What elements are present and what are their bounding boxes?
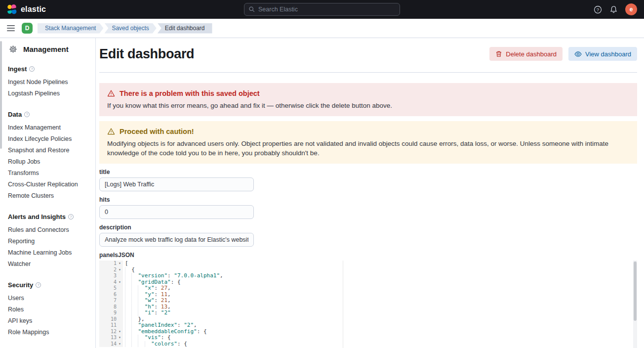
fold-icon[interactable]: ▾: [117, 279, 123, 286]
sidebar-item-snapshot-and-restore[interactable]: Snapshot and Restore: [8, 144, 91, 156]
code-line-row: 9 "i": "2": [99, 310, 637, 316]
menu-toggle-button[interactable]: [5, 23, 17, 34]
sidebar-item-reporting[interactable]: Reporting: [8, 235, 91, 247]
fold-icon[interactable]: ▾: [117, 329, 123, 335]
json-punctuation: :: [167, 272, 174, 279]
json-punctuation: :: [155, 297, 161, 304]
help-icon[interactable]: ?: [594, 5, 602, 14]
sidebar-section-security: Security?UsersRolesAPI keysRole Mappings: [8, 281, 91, 338]
global-search[interactable]: [244, 3, 400, 16]
sidebar-item-role-mappings[interactable]: Role Mappings: [8, 326, 91, 338]
line-number: 13: [111, 335, 117, 341]
gutter-cell: 3: [99, 273, 123, 279]
sidebar-item-rules-and-connectors[interactable]: Rules and Connectors: [8, 224, 91, 235]
json-string: "2": [184, 322, 194, 328]
gutter-cell: 5: [99, 285, 123, 292]
json-editor-lines: 1▾[2▾ {3 "version": "7.0.0-alpha1",4▾ "g…: [99, 261, 637, 347]
warning-callout-title: Proceed with caution!: [120, 127, 194, 136]
trash-icon: [495, 50, 502, 57]
field-label-title: title: [99, 169, 637, 176]
delete-dashboard-button[interactable]: Delete dashboard: [489, 47, 563, 61]
menu-icon: [7, 25, 15, 32]
fold-icon[interactable]: ▾: [117, 335, 123, 341]
editor-scrollbar[interactable]: [633, 261, 637, 348]
hits-input[interactable]: [99, 205, 254, 219]
indent-guide: [131, 341, 138, 348]
indent-guide: [125, 285, 131, 292]
line-number: 12: [111, 329, 117, 335]
breadcrumb-edit-dashboard: Edit dashboard: [158, 23, 212, 34]
sidebar-item-watcher[interactable]: Watcher: [8, 258, 91, 269]
sidebar-section-heading: Data?: [8, 111, 91, 118]
sidebar-item-list: Rules and ConnectorsReportingMachine Lea…: [8, 224, 91, 269]
sidebar-item-users[interactable]: Users: [8, 292, 91, 304]
indent-guide: [125, 322, 131, 329]
section-heading-label: Ingest: [8, 65, 27, 73]
sidebar-item-index-lifecycle-policies[interactable]: Index Lifecycle Policies: [8, 133, 91, 144]
sidebar-item-roles[interactable]: Roles: [8, 304, 91, 315]
sidebar-section-data: Data?Index ManagementIndex Lifecycle Pol…: [8, 111, 91, 201]
indent-guide: [125, 341, 131, 348]
info-icon: ?: [29, 66, 35, 72]
button-label: Delete dashboard: [506, 50, 557, 58]
sidebar-item-machine-learning-jobs[interactable]: Machine Learning Jobs: [8, 247, 91, 258]
gutter-cell: 1▾: [99, 261, 123, 267]
breadcrumb-bar: D Stack ManagementSaved objectsEdit dash…: [0, 19, 644, 38]
sidebar-section-heading: Ingest?: [8, 65, 91, 73]
sidebar-item-ingest-node-pipelines[interactable]: Ingest Node Pipelines: [8, 76, 91, 87]
brand-name: elastic: [21, 5, 46, 14]
json-punctuation: : {: [161, 334, 171, 341]
code-line-row: 12▾ "embeddableConfig": {: [99, 329, 637, 335]
elastic-logo-icon: [7, 4, 17, 14]
breadcrumb-saved-objects[interactable]: Saved objects: [104, 23, 156, 34]
gutter-cell: 10: [99, 316, 123, 323]
search-input[interactable]: [258, 6, 396, 13]
line-number: 11: [111, 322, 117, 329]
json-punctuation: ,: [167, 304, 171, 310]
sidebar-item-transforms[interactable]: Transforms: [8, 167, 91, 178]
warning-callout: Proceed with caution! Modifying objects …: [99, 121, 637, 164]
code-line[interactable]: "colors": {: [123, 341, 187, 348]
editor-scrollbar-thumb[interactable]: [634, 261, 637, 321]
gutter-cell: 12▾: [99, 329, 123, 335]
sidebar-item-rollup-jobs[interactable]: Rollup Jobs: [8, 156, 91, 167]
indent-guide: [131, 273, 138, 279]
sidebar-item-remote-clusters[interactable]: Remote Clusters: [8, 190, 91, 201]
breadcrumbs: Stack ManagementSaved objectsEdit dashbo…: [38, 23, 212, 34]
view-dashboard-button[interactable]: View dashboard: [568, 47, 637, 61]
gutter-cell: 9: [99, 310, 123, 316]
json-number: 21: [161, 297, 167, 304]
user-avatar[interactable]: e: [625, 3, 637, 15]
code-line[interactable]: "i": "2": [123, 310, 171, 316]
sidebar-item-logstash-pipelines[interactable]: Logstash Pipelines: [8, 87, 91, 99]
code-line[interactable]: [: [123, 261, 128, 267]
title-input[interactable]: [99, 177, 254, 191]
form-field-hits: hits: [99, 196, 637, 219]
json-string: "2": [161, 309, 171, 316]
line-number: 6: [114, 292, 117, 298]
json-number: 11: [161, 291, 167, 298]
sidebar-scrollbar[interactable]: [0, 41, 2, 149]
sidebar-item-index-management[interactable]: Index Management: [8, 122, 91, 133]
sidebar-item-api-keys[interactable]: API keys: [8, 315, 91, 326]
indent-guide: [145, 341, 151, 348]
breadcrumb-stack-management[interactable]: Stack Management: [38, 23, 103, 34]
brand[interactable]: elastic: [7, 4, 46, 14]
notifications-icon[interactable]: [609, 5, 618, 14]
fold-icon[interactable]: ▾: [117, 341, 123, 348]
fold-icon[interactable]: ▾: [117, 261, 123, 267]
json-punctuation: [: [125, 261, 128, 266]
code-line-row: 1▾[: [99, 261, 637, 267]
line-number: 10: [111, 316, 117, 323]
json-editor[interactable]: 1▾[2▾ {3 "version": "7.0.0-alpha1",4▾ "g…: [99, 261, 637, 348]
space-avatar[interactable]: D: [22, 23, 33, 34]
indent-guide: [131, 335, 138, 341]
description-input[interactable]: [99, 233, 254, 247]
line-number: 8: [114, 304, 117, 310]
sidebar-section-ingest: Ingest?Ingest Node PipelinesLogstash Pip…: [8, 65, 91, 99]
management-sidebar: Management Ingest?Ingest Node PipelinesL…: [0, 38, 96, 348]
section-heading-label: Alerts and Insights: [8, 213, 66, 220]
sidebar-item-cross-cluster-replication[interactable]: Cross-Cluster Replication: [8, 178, 91, 190]
saved-object-form: titlehitsdescription: [99, 169, 637, 247]
fold-icon[interactable]: ▾: [117, 267, 123, 273]
